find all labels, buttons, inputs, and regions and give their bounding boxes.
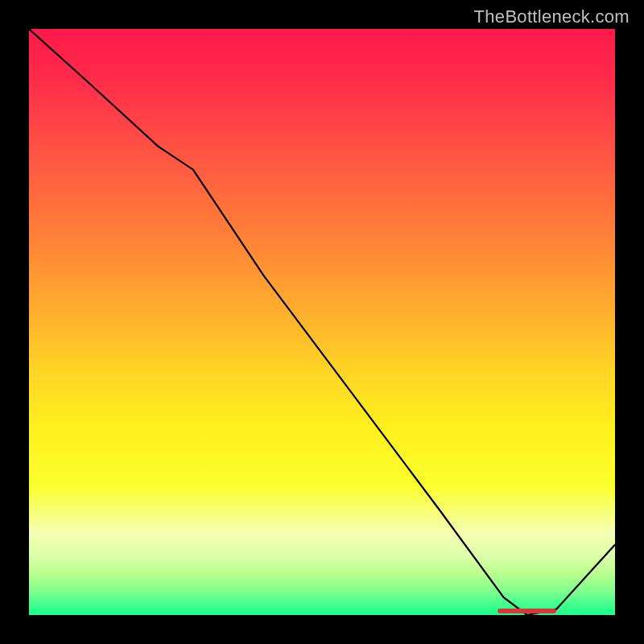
watermark-text: TheBottleneck.com xyxy=(474,6,630,27)
highlight-marker xyxy=(497,609,556,613)
plot-area xyxy=(29,29,615,615)
data-line xyxy=(29,29,615,615)
chart-frame: TheBottleneck.com xyxy=(0,0,644,644)
